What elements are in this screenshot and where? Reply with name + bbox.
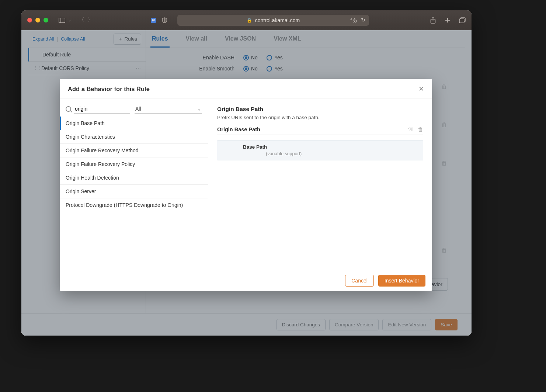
behavior-list-panel: All ⌄ Origin Base PathOrigin Characteris… <box>60 98 208 270</box>
extension-icons <box>150 17 168 24</box>
svg-rect-0 <box>59 18 65 22</box>
share-icon[interactable] <box>430 17 436 24</box>
sidebar-toggle-group: ⌄ <box>59 17 71 24</box>
url-bar[interactable]: 🔒 control.akamai.com ᴬあ ↻ <box>177 15 369 26</box>
lock-icon: 🔒 <box>247 18 252 23</box>
behavior-filter-select[interactable]: All ⌄ <box>135 104 202 114</box>
detail-title: Origin Base Path <box>217 106 423 112</box>
sidebar-icon[interactable] <box>59 17 65 24</box>
base-path-hint: (variable support) <box>243 151 417 156</box>
page: Expand All | Collapse All ＋ Rules Defaul… <box>21 30 472 336</box>
trash-icon[interactable]: 🗑 <box>418 126 423 132</box>
help-icon[interactable]: ?⃝ <box>408 126 413 132</box>
tabs-icon[interactable] <box>459 17 466 24</box>
modal-footer: Cancel Insert Behavior <box>60 270 432 291</box>
shield-icon[interactable] <box>161 17 168 24</box>
detail-description: Prefix URIs sent to the origin with a ba… <box>217 115 423 120</box>
window-minimize[interactable] <box>35 18 40 22</box>
search-row: All ⌄ <box>60 98 208 117</box>
svg-rect-8 <box>459 19 464 23</box>
detail-section-header: Origin Base Path ?⃝ 🗑 <box>217 126 423 135</box>
extension-icon-1[interactable] <box>150 17 157 24</box>
behavior-list-item[interactable]: Origin Failure Recovery Policy <box>60 157 208 171</box>
behavior-list: Origin Base PathOrigin CharacteristicsOr… <box>60 117 208 270</box>
translate-icon[interactable]: ᴬあ <box>350 17 357 24</box>
behavior-list-item[interactable]: Origin Characteristics <box>60 130 208 144</box>
titlebar: ⌄ 〈 〉 🔒 control.akamai.com ᴬあ ↻ <box>21 10 472 30</box>
modal-header: Add a Behavior for this Rule ✕ <box>60 79 432 98</box>
browser-window: ⌄ 〈 〉 🔒 control.akamai.com ᴬあ ↻ <box>21 10 472 336</box>
detail-section-title: Origin Base Path <box>217 126 260 132</box>
url-right-icons: ᴬあ ↻ <box>350 17 365 24</box>
base-path-field[interactable]: Base Path (variable support) <box>217 140 423 160</box>
modal-body: All ⌄ Origin Base PathOrigin Characteris… <box>60 98 432 270</box>
behavior-list-item[interactable]: Origin Health Detection <box>60 171 208 185</box>
chevron-down-icon[interactable]: ⌄ <box>68 18 71 22</box>
behavior-list-item[interactable]: Origin Server <box>60 185 208 198</box>
nav-back-icon[interactable]: 〈 <box>79 16 84 24</box>
behavior-list-item[interactable]: Origin Failure Recovery Method <box>60 144 208 157</box>
window-maximize[interactable] <box>44 18 48 22</box>
svg-rect-2 <box>151 18 156 23</box>
traffic-lights <box>27 18 48 22</box>
new-tab-icon[interactable] <box>444 17 451 24</box>
behavior-list-item[interactable]: Origin Base Path <box>60 117 208 130</box>
behavior-list-item[interactable]: Protocol Downgrade (HTTPS Downgrade to O… <box>60 198 208 212</box>
titlebar-right <box>430 17 466 24</box>
chevron-down-icon: ⌄ <box>197 106 201 112</box>
insert-behavior-button[interactable]: Insert Behavior <box>378 275 425 287</box>
window-close[interactable] <box>27 18 32 22</box>
cancel-button[interactable]: Cancel <box>345 275 374 287</box>
base-path-label: Base Path <box>243 144 417 150</box>
refresh-icon[interactable]: ↻ <box>361 17 365 24</box>
modal-title: Add a Behavior for this Rule <box>68 86 150 93</box>
modal-close-button[interactable]: ✕ <box>418 85 424 93</box>
url-host: control.akamai.com <box>255 17 300 23</box>
nav-arrows: 〈 〉 <box>79 16 93 24</box>
behavior-search-input[interactable] <box>74 104 130 114</box>
add-behavior-modal: Add a Behavior for this Rule ✕ All ⌄ <box>60 79 432 291</box>
nav-forward-icon[interactable]: 〉 <box>87 16 93 24</box>
search-icon <box>66 106 71 112</box>
behavior-detail-panel: Origin Base Path Prefix URIs sent to the… <box>208 98 432 270</box>
